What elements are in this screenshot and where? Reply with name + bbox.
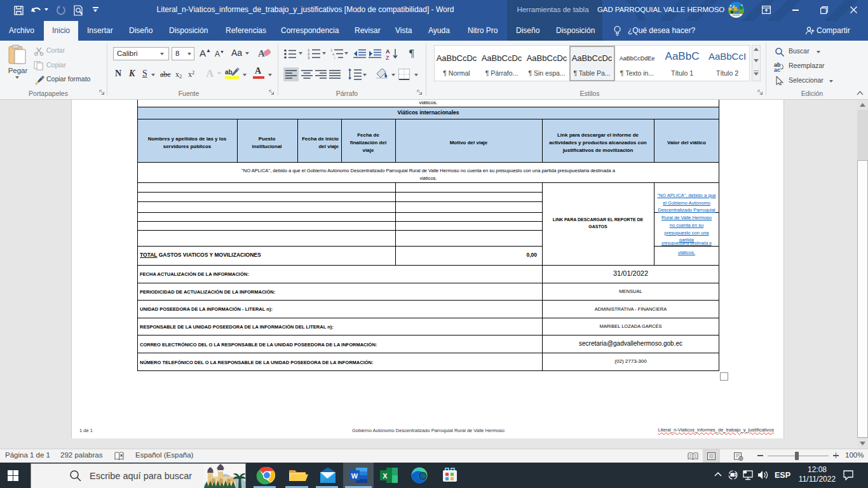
svg-text:3: 3 <box>308 56 310 59</box>
svg-text:A: A <box>386 48 390 55</box>
svg-text:X: X <box>383 472 388 480</box>
svg-text:i: i <box>334 56 335 59</box>
svg-text:Z: Z <box>386 55 390 60</box>
svg-text:ac: ac <box>774 67 780 72</box>
svg-text:W: W <box>351 472 358 480</box>
